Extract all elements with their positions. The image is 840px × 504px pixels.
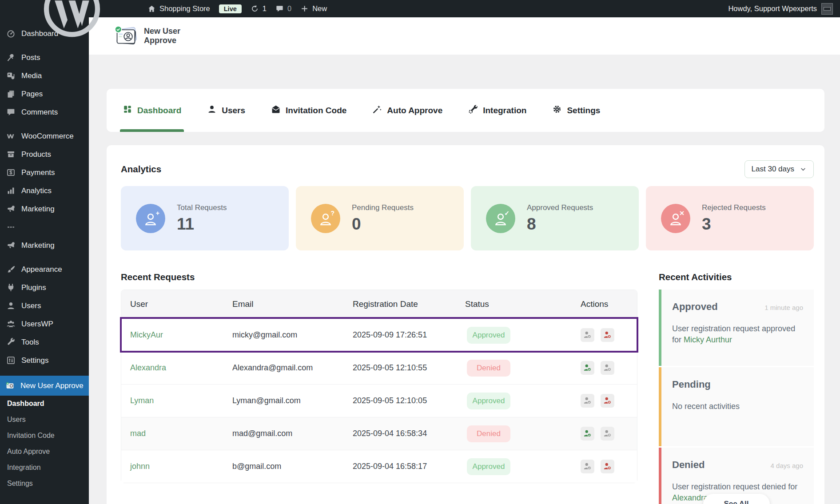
- update-count: 1: [263, 4, 267, 13]
- deny-user-button[interactable]: [601, 328, 614, 342]
- date-cell: 2025-09-05 12:10:05: [353, 396, 465, 405]
- date-cell: 2025-09-05 12:10:55: [353, 363, 465, 373]
- deny-user-button[interactable]: [601, 427, 614, 441]
- approve-user-button[interactable]: [581, 427, 594, 441]
- updates-link[interactable]: 1: [251, 4, 267, 13]
- megaphone-icon: [6, 241, 16, 250]
- stat-label: Pending Requests: [352, 203, 414, 212]
- sidebar-item-label: New User Approve: [20, 381, 84, 390]
- stat-label: Approved Requests: [527, 203, 593, 212]
- howdy-text[interactable]: Howdy, Support Wpexperts: [728, 4, 817, 13]
- activity-time: 1 minute ago: [764, 304, 803, 311]
- submenu-item-users[interactable]: Users: [0, 412, 89, 428]
- approve-user-button[interactable]: [581, 328, 594, 342]
- pages-icon: [6, 89, 16, 99]
- user-x-icon: ✕: [661, 204, 690, 233]
- user-link[interactable]: johnn: [130, 462, 150, 471]
- tab-dashboard[interactable]: Dashboard: [123, 89, 181, 132]
- user-avatar[interactable]: [821, 3, 833, 15]
- deny-user-button[interactable]: [601, 361, 614, 375]
- sidebar-item-comments[interactable]: Comments: [0, 103, 89, 121]
- user-link[interactable]: mad: [130, 429, 146, 438]
- date-cell: 2025-09-04 16:58:17: [353, 462, 465, 471]
- sidebar-item-label: Pages: [21, 90, 43, 99]
- user-link[interactable]: MickyAur: [130, 330, 163, 339]
- wordpress-logo-icon[interactable]: [5, 0, 139, 42]
- status-badge: Approved: [467, 458, 510, 475]
- envelope-icon: [271, 104, 281, 116]
- submenu-item-integration[interactable]: Integration: [0, 460, 89, 476]
- date-range-select[interactable]: Last 30 days: [744, 160, 814, 178]
- status-badge: Approved: [467, 393, 510, 409]
- comments-link[interactable]: 0: [275, 4, 291, 13]
- user-icon: [6, 301, 16, 310]
- sidebar-item-tools[interactable]: Tools: [0, 333, 89, 351]
- wp-admin-sidebar: Dashboard Posts Media Pages Comments Woo…: [0, 17, 89, 504]
- deny-user-button[interactable]: [601, 394, 614, 408]
- stat-value: 3: [702, 215, 766, 234]
- submenu-item-auto-approve[interactable]: Auto Approve: [0, 444, 89, 460]
- user-check-icon: ✓: [486, 204, 515, 233]
- sidebar-item-label: Analytics: [21, 187, 52, 195]
- tab-auto-approve[interactable]: Auto Approve: [372, 89, 442, 132]
- sidebar-item-label: Payments: [21, 168, 55, 177]
- tab-integration[interactable]: Integration: [468, 89, 526, 132]
- woocommerce-icon: [6, 131, 16, 141]
- email-cell: Lyman@gmail.com: [232, 396, 353, 405]
- table-row: johnn b@gmail.com 2025-09-04 16:58:17 Ap…: [121, 450, 637, 483]
- new-content-link[interactable]: New: [300, 4, 327, 13]
- dashboard-panel: Analytics Last 30 days + Total Requests: [107, 145, 824, 504]
- sidebar-item-products[interactable]: Products: [0, 145, 89, 163]
- sidebar-item-appearance[interactable]: Appearance: [0, 260, 89, 278]
- sidebar-item-marketing-2[interactable]: Marketing: [0, 236, 89, 254]
- deny-user-button[interactable]: [601, 460, 614, 473]
- sidebar-item-settings[interactable]: Settings: [0, 351, 89, 369]
- approve-user-button[interactable]: [581, 460, 594, 473]
- submenu-item-invitation-code[interactable]: Invitation Code: [0, 428, 89, 444]
- sidebar-item-plugins[interactable]: Plugins: [0, 278, 89, 297]
- sidebar-item-label: Products: [21, 150, 51, 159]
- sidebar-item-payments[interactable]: Payments: [0, 163, 89, 182]
- sidebar-item-media[interactable]: Media: [0, 67, 89, 85]
- sidebar-item-unlabeled[interactable]: [0, 218, 89, 236]
- live-badge: Live: [219, 4, 242, 13]
- payments-icon: [6, 168, 16, 177]
- submenu-item-settings[interactable]: Settings: [0, 476, 89, 492]
- recent-requests-table: User Email Registration Date Status Acti…: [121, 290, 637, 483]
- activity-status: Approved: [672, 301, 718, 313]
- tab-invitation-code[interactable]: Invitation Code: [271, 89, 346, 132]
- sidebar-item-label: Appearance: [21, 265, 62, 274]
- activity-user-name: Micky Aurthur: [684, 335, 732, 344]
- sidebar-item-pages[interactable]: Pages: [0, 85, 89, 103]
- email-cell: mad@gmail.com: [232, 429, 353, 438]
- user-plus-icon: +: [136, 204, 165, 233]
- submenu-item-dashboard[interactable]: Dashboard: [0, 396, 89, 412]
- see-all-button[interactable]: See All: [703, 494, 770, 504]
- users-group-icon: [6, 319, 16, 329]
- site-name-link[interactable]: Shopping Store: [147, 4, 210, 13]
- activity-user-name: Alexandra: [672, 493, 708, 502]
- sidebar-item-userswp[interactable]: UsersWP: [0, 315, 89, 333]
- approve-user-button[interactable]: [581, 394, 594, 408]
- approve-user-button[interactable]: [581, 361, 594, 375]
- media-icon: [6, 71, 16, 80]
- tab-users[interactable]: Users: [207, 89, 245, 132]
- update-icon: [251, 4, 259, 13]
- sidebar-item-posts[interactable]: Posts: [0, 48, 89, 67]
- analytics-title: Analytics: [121, 164, 161, 175]
- sidebar-item-analytics[interactable]: Analytics: [0, 182, 89, 200]
- tab-settings[interactable]: Settings: [552, 89, 600, 132]
- wp-admin-bar: Shopping Store Live 1 0 New Howdy, Suppo…: [0, 0, 840, 17]
- wrench-icon: [6, 337, 16, 347]
- activity-text: User registration request approved for M…: [672, 323, 803, 345]
- sidebar-item-marketing[interactable]: Marketing: [0, 200, 89, 218]
- comment-icon: [275, 4, 284, 13]
- sidebar-item-users[interactable]: Users: [0, 297, 89, 315]
- user-link[interactable]: Alexandra: [130, 363, 166, 372]
- stat-card-total-requests: + Total Requests 11: [121, 186, 289, 250]
- megaphone-icon: [6, 204, 16, 214]
- user-link[interactable]: Lyman: [130, 396, 154, 405]
- sidebar-item-new-user-approve[interactable]: New User Approve: [0, 376, 89, 396]
- user-question-icon: ?: [311, 204, 340, 233]
- sidebar-item-woocommerce[interactable]: WooCommerce: [0, 127, 89, 145]
